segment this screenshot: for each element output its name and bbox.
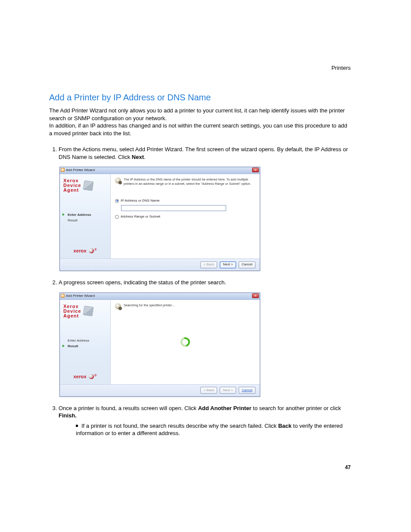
wizard-window: Add Printer Wizard ✕ Xerox Device Agent [59,292,260,397]
xerox-footer-text: xerox [74,248,87,253]
wizard-title: Add Printer Wizard [66,294,95,299]
wizard-hint: Searching for the specified printer… [115,303,255,309]
xerox-device-agent-logo: Xerox Device Agent [63,304,107,318]
radio-label-range: Address Range or Subnet [121,215,160,219]
radio-label-ip: IP Address or DNS Name [121,199,160,203]
wizard-sidebar-steps: Enter Address Result [63,212,107,224]
wizard-app-icon [61,168,65,172]
close-icon[interactable]: ✕ [252,293,259,298]
wizard-titlebar: Add Printer Wizard ✕ [60,167,260,174]
bullet-icon [76,425,78,427]
hint-icon [115,303,121,309]
sub-3-bold: Back [278,423,292,429]
step-1-text-a: From the Actions menu, select Add Printe… [59,146,348,160]
wizard-main-panel: The IP Address or the DNS name of the pr… [111,174,260,258]
intro-paragraph-1: The Add Printer Wizard not only allows y… [49,107,351,122]
wizard-screenshot-1: Add Printer Wizard ✕ Xerox Device Agent [59,167,351,271]
xerox-ball-icon [89,374,94,379]
step-3-text-c: to search for another printer or click [251,405,341,411]
sub-3-text-a: If a printer is not found, the search re… [81,423,278,429]
wizard-footer: < Back Next > Cancel [60,258,260,271]
wizard-sidebar-steps: Enter Address Result [63,338,107,349]
steps-list: From the Actions menu, select Add Printe… [49,146,351,437]
wizard-sidebar: Xerox Device Agent Enter Address Result [60,174,111,258]
sidebar-step-result: Result [63,344,107,349]
wizard-window: Add Printer Wizard ✕ Xerox Device Agent [59,167,260,271]
step-1: From the Actions menu, select Add Printe… [59,146,351,271]
step-3: Once a printer is found, a results scree… [59,404,351,437]
sidebar-step-result: Result [63,218,107,224]
brand-line-3: Agent [63,188,81,193]
close-icon[interactable]: ✕ [252,168,259,172]
wizard-hint: The IP Address or the DNS name of the pr… [115,177,255,186]
step-1-bold: Next [132,154,144,160]
wizard-screenshot-2: Add Printer Wizard ✕ Xerox Device Agent [59,292,351,397]
brand-line-3: Agent [63,314,81,318]
xerox-footer-text: xerox [74,374,87,379]
step-3-subitem: If a printer is not found, the search re… [76,422,351,437]
wizard-main-panel: Searching for the specified printer… [111,300,260,384]
xerox-ball-icon [89,248,94,253]
radio-icon[interactable] [115,215,119,219]
registered-mark: ® [94,374,97,377]
wizard-app-icon [61,294,65,298]
hint-icon [115,177,121,184]
cancel-button[interactable]: Cancel [239,387,255,394]
wizard-titlebar: Add Printer Wizard ✕ [60,293,260,300]
wizard-footer: < Back Next > Cancel [60,384,260,396]
xerox-footer-logo: xerox ® [60,248,110,254]
wizard-body: Xerox Device Agent Enter Address Result [60,300,260,384]
registered-mark: ® [94,248,97,251]
ip-address-input[interactable] [121,205,226,211]
wizard-body: Xerox Device Agent Enter Address Result [60,174,260,258]
xerox-device-agent-logo: Xerox Device Agent [63,178,107,193]
next-button[interactable]: Next > [220,387,236,394]
searching-text: Searching for the specified printer… [124,303,175,309]
wizard-title: Add Printer Wizard [66,168,95,173]
cancel-button[interactable]: Cancel [239,261,255,268]
step-3-bold-1: Add Another Printer [198,405,252,411]
intro-paragraph-2: In addition, if an IP address has change… [49,122,351,137]
progress-spinner-icon [179,336,192,348]
step-2-text: A progress screen opens, indicating the … [59,279,226,286]
step-3-bold-2: Finish. [59,412,77,419]
hint-text: The IP Address or the DNS name of the pr… [124,177,255,186]
page-title: Add a Printer by IP Address or DNS Name [49,93,351,103]
step-1-text-c: . [144,154,146,160]
wizard-sidebar: Xerox Device Agent Enter Address Result [60,300,111,384]
sidebar-step-enter-address: Enter Address [63,338,107,344]
page-number: 47 [345,464,351,470]
next-button[interactable]: Next > [220,261,236,268]
xerox-footer-logo: xerox ® [60,373,110,380]
back-button[interactable]: < Back [200,261,217,268]
radio-icon[interactable] [115,199,119,203]
device-icon [83,180,94,191]
device-icon [83,306,94,317]
page-content: Add a Printer by IP Address or DNS Name … [49,65,351,442]
radio-address-range[interactable]: Address Range or Subnet [115,215,255,219]
step-3-text-a: Once a printer is found, a results scree… [59,405,198,411]
back-button[interactable]: < Back [200,387,217,394]
step-2: A progress screen opens, indicating the … [59,279,351,397]
radio-ip-address[interactable]: IP Address or DNS Name [115,199,255,203]
sidebar-step-enter-address: Enter Address [63,212,107,218]
